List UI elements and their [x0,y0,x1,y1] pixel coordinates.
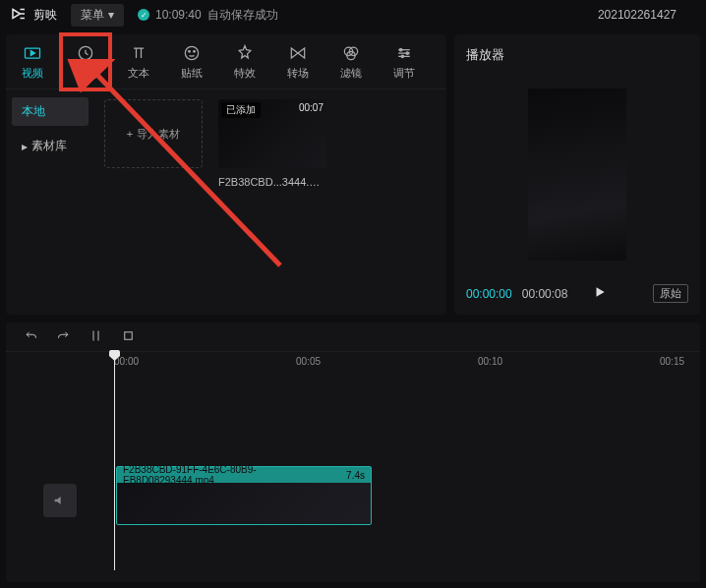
svg-point-4 [194,50,196,52]
added-badge: 已添加 [221,102,261,118]
tab-filter-label: 滤镜 [340,66,362,81]
tab-sticker[interactable]: 贴纸 [165,34,218,88]
menu-label: 菜单 [81,7,104,24]
svg-point-2 [185,46,198,59]
duration-badge: 00:07 [299,102,324,113]
svg-point-8 [399,48,402,51]
original-ratio-button[interactable]: 原始 [653,284,688,303]
adjust-icon [394,43,414,63]
tab-adjust-label: 调节 [393,66,415,81]
track-clip-name: F2B38CBD-91FF-4E6C-80B9-EB8D08293444.mp4 [123,464,338,486]
total-time: 00:00:08 [522,287,568,301]
transition-icon [288,43,308,63]
audio-icon [76,43,95,63]
ruler-tick: 00:15 [660,356,684,367]
tab-text-label: 文本 [128,66,149,81]
tab-text[interactable]: 文本 [112,34,165,88]
video-icon [23,43,42,63]
player-title: 播放器 [466,46,688,64]
preview-frame [528,88,626,261]
play-button[interactable] [593,285,607,302]
autosave-time: 10:09:40 [155,8,202,22]
sidenav-local[interactable]: 本地 [12,97,88,126]
mute-track-button[interactable] [43,484,77,517]
tab-transition[interactable]: 转场 [271,34,324,88]
svg-point-10 [401,55,404,58]
svg-point-9 [406,51,409,54]
sticker-icon [182,43,202,63]
tab-video-label: 视频 [22,66,43,81]
effect-icon [235,43,255,63]
player-viewport[interactable] [466,72,688,276]
svg-rect-12 [125,331,133,339]
crop-button[interactable] [121,328,136,346]
tab-video[interactable]: 视频 [6,34,59,88]
current-time: 00:00:00 [466,287,512,301]
tab-adjust[interactable]: 调节 [378,34,431,88]
ruler-tick: 00:05 [296,356,321,367]
tab-effect[interactable]: 特效 [218,34,271,88]
caret-right-icon: ▸ [22,140,28,153]
autosave-msg: 自动保存成功 [207,7,278,24]
menu-dropdown[interactable]: 菜单 ▾ [71,4,124,27]
playhead[interactable] [114,352,115,570]
timeline-tracks[interactable]: F2B38CBD-91FF-4E6C-80B9-EB8D08293444.mp4… [6,374,700,570]
plus-icon: + [127,128,133,140]
app-logo-icon [10,5,28,26]
tab-transition-label: 转场 [287,66,309,81]
chevron-down-icon: ▾ [108,8,114,22]
track-clip-duration: 7.4s [346,470,365,481]
import-label: 导入素材 [137,127,180,142]
tab-sticker-label: 贴纸 [181,66,203,81]
tab-filter[interactable]: 滤镜 [324,34,378,88]
import-media-button[interactable]: + 导入素材 [104,99,203,168]
project-id: 202102261427 [598,8,696,22]
ruler-tick: 00:10 [478,356,502,367]
tab-audio-label: 音频 [75,66,96,81]
clip-thumbnail: 已添加 00:07 [218,99,326,168]
sidenav-library[interactable]: ▸素材库 [12,132,88,160]
media-clip[interactable]: 已添加 00:07 F2B38CBD...3444.mp4 [218,99,326,188]
autosave-status: ✓ 10:09:40 自动保存成功 [138,7,278,24]
check-icon: ✓ [138,9,149,21]
track-clip[interactable]: F2B38CBD-91FF-4E6C-80B9-EB8D08293444.mp4… [116,466,372,525]
app-name: 剪映 [33,7,57,24]
tab-effect-label: 特效 [234,66,256,81]
clip-filename: F2B38CBD...3444.mp4 [218,176,326,188]
redo-button[interactable] [56,328,71,346]
timeline-ruler[interactable]: 00:00 00:05 00:10 00:15 [114,352,700,374]
undo-button[interactable] [24,328,38,346]
svg-point-3 [189,50,191,52]
tab-audio[interactable]: 音频 [59,34,112,88]
split-button[interactable] [88,328,103,346]
filter-icon [341,43,361,63]
text-icon [129,43,148,63]
